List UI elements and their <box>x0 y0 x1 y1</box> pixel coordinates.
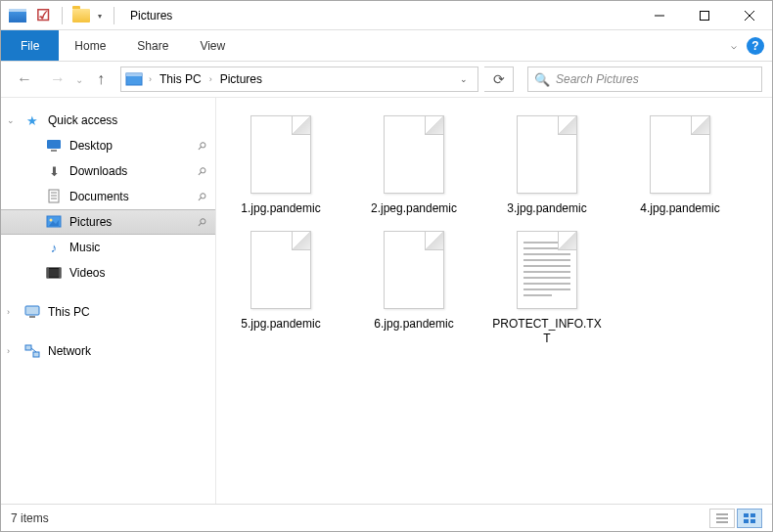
address-bar[interactable]: › This PC › Pictures ⌄ <box>120 66 478 92</box>
help-icon[interactable]: ? <box>747 37 764 55</box>
file-item[interactable]: PROTECT_INFO.TXT <box>492 227 602 347</box>
desktop-icon <box>44 139 64 153</box>
videos-icon <box>44 267 64 279</box>
minimize-button[interactable] <box>637 1 682 30</box>
sidebar-item-label: Videos <box>69 266 105 280</box>
file-name: 1.jpg.pandemic <box>241 201 320 217</box>
star-icon: ★ <box>23 113 42 128</box>
chevron-right-icon[interactable]: › <box>145 74 156 84</box>
file-tab[interactable]: File <box>1 30 59 61</box>
tree-expand-icon[interactable]: ⌄ <box>7 115 15 125</box>
file-item[interactable]: 5.jpg.pandemic <box>226 227 336 347</box>
sidebar-item-this-pc[interactable]: › This PC <box>1 299 215 325</box>
thumbnails-view-button[interactable] <box>737 509 762 528</box>
view-tab[interactable]: View <box>184 30 241 61</box>
address-dropdown-icon[interactable]: ⌄ <box>454 74 474 84</box>
svg-rect-21 <box>33 352 39 357</box>
svg-rect-19 <box>29 316 35 318</box>
sidebar-item-label: Desktop <box>69 139 113 153</box>
history-dropdown-icon[interactable]: ⌄ <box>75 74 83 85</box>
pictures-icon <box>44 215 64 229</box>
download-icon: ⬇ <box>44 164 64 179</box>
blank-file-icon <box>513 111 581 198</box>
pin-icon: ⚲ <box>195 164 209 179</box>
blank-file-icon <box>380 227 448 313</box>
separator <box>114 7 114 24</box>
forward-button[interactable]: → <box>44 66 71 93</box>
qat-dropdown-icon[interactable]: ▾ <box>98 12 106 20</box>
svg-rect-17 <box>59 268 61 278</box>
up-button[interactable]: ↑ <box>87 66 114 93</box>
qat-checkbox-icon[interactable]: ☑ <box>32 5 54 26</box>
file-item[interactable]: 4.jpg.pandemic <box>625 111 735 217</box>
chevron-right-icon[interactable]: › <box>205 74 216 84</box>
file-name: 2.jpeg.pandemic <box>371 201 457 217</box>
breadcrumb-this-pc[interactable]: This PC <box>158 72 204 86</box>
text-file-icon <box>513 227 581 313</box>
svg-rect-28 <box>744 519 749 523</box>
file-name: 3.jpg.pandemic <box>507 201 586 217</box>
file-name: 4.jpg.pandemic <box>640 201 719 217</box>
sidebar-item-label: This PC <box>48 305 90 319</box>
tree-expand-icon[interactable]: › <box>7 307 10 317</box>
pictures-location-icon <box>125 72 143 86</box>
ribbon-expand-icon[interactable]: ⌵ <box>731 40 737 51</box>
svg-rect-5 <box>126 73 142 76</box>
network-icon <box>23 344 42 358</box>
navigation-pane: ⌄ ★ Quick access Desktop ⚲ ⬇ Downloads ⚲… <box>1 98 216 504</box>
blank-file-icon <box>247 227 315 313</box>
svg-rect-27 <box>750 513 755 517</box>
separator <box>62 7 63 24</box>
details-view-button[interactable] <box>709 509 735 528</box>
file-item[interactable]: 1.jpg.pandemic <box>226 111 336 217</box>
file-item[interactable]: 3.jpg.pandemic <box>492 111 602 217</box>
file-view[interactable]: 1.jpg.pandemic2.jpeg.pandemic3.jpg.pande… <box>216 98 772 504</box>
blank-file-icon <box>646 111 714 198</box>
close-button[interactable] <box>727 1 772 30</box>
svg-rect-29 <box>750 519 755 523</box>
sidebar-item-music[interactable]: ♪ Music <box>1 235 215 260</box>
sidebar-item-quick-access[interactable]: ⌄ ★ Quick access <box>1 108 215 133</box>
sidebar-item-network[interactable]: › Network <box>1 338 215 364</box>
quick-access-toolbar: ☑ ▾ Pictures <box>1 5 172 26</box>
ribbon: File Home Share View ⌵ ? <box>1 30 772 62</box>
share-tab[interactable]: Share <box>121 30 184 61</box>
svg-rect-20 <box>25 345 31 350</box>
file-item[interactable]: 2.jpeg.pandemic <box>359 111 469 217</box>
search-input[interactable] <box>556 72 755 86</box>
item-count: 7 items <box>11 511 49 525</box>
sidebar-item-label: Documents <box>69 190 129 203</box>
pin-icon: ⚲ <box>195 190 209 204</box>
svg-point-13 <box>50 219 53 222</box>
svg-line-22 <box>31 348 36 352</box>
svg-rect-15 <box>47 268 61 278</box>
home-tab[interactable]: Home <box>59 30 121 61</box>
file-name: 6.jpg.pandemic <box>374 317 453 332</box>
sidebar-item-label: Network <box>48 344 91 358</box>
breadcrumb-pictures[interactable]: Pictures <box>218 72 264 86</box>
file-name: 5.jpg.pandemic <box>241 317 320 332</box>
file-name: PROTECT_INFO.TXT <box>492 317 602 347</box>
sidebar-item-downloads[interactable]: ⬇ Downloads ⚲ <box>1 158 215 184</box>
pin-icon: ⚲ <box>195 139 209 154</box>
sidebar-item-label: Music <box>69 241 100 254</box>
maximize-button[interactable] <box>682 1 727 30</box>
search-box[interactable]: 🔍 <box>527 66 762 92</box>
svg-rect-1 <box>701 11 709 20</box>
sidebar-item-label: Downloads <box>69 164 127 178</box>
file-item[interactable]: 6.jpg.pandemic <box>359 227 469 347</box>
status-bar: 7 items <box>1 504 772 531</box>
sidebar-item-videos[interactable]: Videos <box>1 260 215 286</box>
sidebar-item-label: Quick access <box>48 113 117 127</box>
tree-expand-icon[interactable]: › <box>7 346 10 356</box>
blank-file-icon <box>380 111 448 198</box>
svg-rect-6 <box>47 140 61 149</box>
sidebar-item-documents[interactable]: Documents ⚲ <box>1 184 215 209</box>
sidebar-item-desktop[interactable]: Desktop ⚲ <box>1 133 215 158</box>
music-icon: ♪ <box>44 241 64 255</box>
back-button[interactable]: ← <box>11 66 38 93</box>
refresh-button[interactable]: ⟳ <box>484 66 514 92</box>
sidebar-item-pictures[interactable]: Pictures ⚲ <box>1 209 215 235</box>
titlebar: ☑ ▾ Pictures <box>1 1 772 30</box>
svg-rect-18 <box>25 306 39 315</box>
